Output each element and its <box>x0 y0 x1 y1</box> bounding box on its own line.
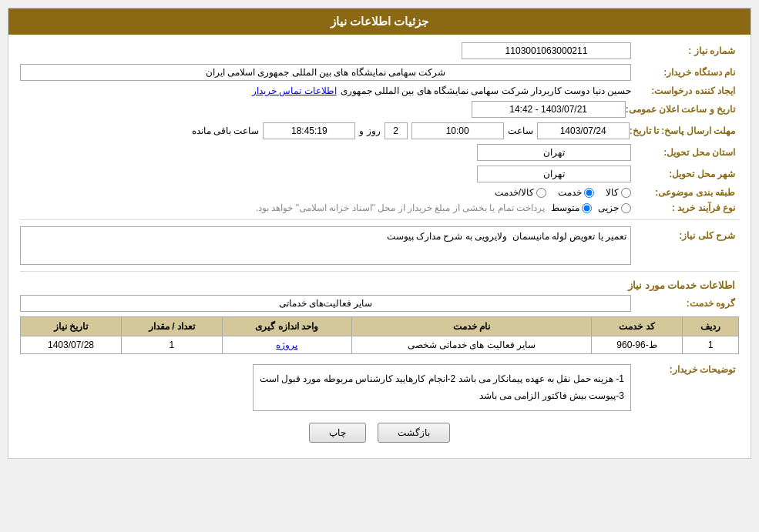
content-area: شماره نیاز : 1103001063000211 نام دستگاه… <box>8 35 751 458</box>
service-group-row: گروه خدمت: سایر فعالیت‌های خدماتی <box>20 295 739 312</box>
category-label: طبقه بندی موضوعی: <box>631 187 739 198</box>
province-value: تهران <box>477 144 631 161</box>
page-header: جزئیات اطلاعات نیاز <box>8 8 751 35</box>
page-container: جزئیات اطلاعات نیاز شماره نیاز : 1103001… <box>8 8 751 459</box>
cell-code: ط-96-960 <box>592 336 683 354</box>
header-title: جزئیات اطلاعات نیاز <box>331 15 428 28</box>
response-deadline-label: مهلت ارسال پاسخ: تا تاریخ: <box>630 125 739 136</box>
table-row: 1ط-96-960سایر فعالیت های خدماتی شخصیپروژ… <box>21 336 739 354</box>
radio-motavasset-label: متوسط <box>551 202 579 213</box>
radio-kala-khedmat-label: کالا/خدمت <box>495 187 534 198</box>
buyer-org-value: شرکت سهامی نمایشگاه های بین المللی جمهور… <box>20 64 631 81</box>
city-label: شهر محل تحویل: <box>631 169 739 179</box>
col-name: نام خدمت <box>351 317 592 336</box>
cell-date: 1403/07/28 <box>21 336 122 354</box>
radio-kala-label: کالا <box>606 187 619 198</box>
contact-link[interactable]: اطلاعات تماس خریدار <box>252 85 337 96</box>
need-number-label: شماره نیاز : <box>631 45 739 56</box>
process-row: نوع فرآیند خرید : جزیی متوسط پرداخت تمام… <box>20 202 739 213</box>
need-number-row: شماره نیاز : 1103001063000211 <box>20 42 739 59</box>
radio-jozi-input[interactable] <box>621 203 631 213</box>
divider-2 <box>20 271 739 272</box>
cell-unit: پروژه <box>222 336 351 354</box>
creator-row: ایجاد کننده درخواست: حسین دنیا دوست کارب… <box>20 85 739 96</box>
process-group: جزیی متوسط پرداخت تمام یا بخشی از مبلغ خ… <box>20 202 631 213</box>
radio-jozi: جزیی <box>598 202 631 213</box>
services-title: اطلاعات خدمات مورد نیاز <box>20 279 739 291</box>
service-group-label: گروه خدمت: <box>631 298 739 309</box>
city-row: شهر محل تحویل: تهران <box>20 166 739 182</box>
remaining-label: روز و <box>359 125 380 136</box>
process-label: نوع فرآیند خرید : <box>631 202 739 213</box>
radio-motavasset-input[interactable] <box>582 203 592 213</box>
table-header-row: ردیف کد خدمت نام خدمت واحد اندازه گیری ت… <box>21 317 739 336</box>
creator-group: حسین دنیا دوست کاربردار شرکت سهامی نمایش… <box>20 85 631 96</box>
province-row: استان محل تحویل: تهران <box>20 144 739 161</box>
creator-label: ایجاد کننده درخواست: <box>631 85 739 96</box>
service-group-value: سایر فعالیت‌های خدماتی <box>20 295 631 312</box>
col-row: ردیف <box>682 317 738 336</box>
radio-kala-input[interactable] <box>621 188 631 198</box>
time-label: ساعت <box>508 125 533 136</box>
radio-khedmat-input[interactable] <box>584 188 594 198</box>
cell-qty: 1 <box>121 336 222 354</box>
buyer-notes-row: توضیحات خریدار: 1- هزینه حمل نقل به عهده… <box>20 360 739 411</box>
col-qty: تعداد / مقدار <box>121 317 222 336</box>
main-wrapper: جزئیات اطلاعات نیاز شماره نیاز : 1103001… <box>8 8 751 459</box>
city-value: تهران <box>477 166 631 182</box>
response-time: 10:00 <box>411 122 504 139</box>
print-button[interactable]: چاپ <box>309 423 366 443</box>
province-label: استان محل تحویل: <box>631 147 739 158</box>
radio-khedmat: خدمت <box>558 187 594 198</box>
response-days: 2 <box>385 122 408 139</box>
buyer-org-row: نام دستگاه خریدار: شرکت سهامی نمایشگاه ه… <box>20 64 739 81</box>
button-row: بازگشت چاپ <box>20 423 739 443</box>
col-date: تاریخ نیاز <box>21 317 122 336</box>
need-desc-textarea[interactable]: تعمیر یا تعویض لوله مانیسمان ولایرویی به… <box>20 226 631 265</box>
need-desc-row: شرح کلی نیاز: تعمیر یا تعویض لوله مانیسم… <box>20 226 739 265</box>
buyer-notes-content: 1- هزینه حمل نقل به عهده پیمانکار می باش… <box>253 364 631 411</box>
radio-motavasset: متوسط <box>551 202 592 213</box>
remaining-suffix: ساعت باقی مانده <box>192 125 260 136</box>
announce-date-row: تاریخ و ساعت اعلان عمومی: 1403/07/21 - 1… <box>20 101 739 118</box>
buyer-notes-label: توضیحات خریدار: <box>631 360 739 375</box>
buyer-notes-text: 1- هزینه حمل نقل به عهده پیمانکار می باش… <box>260 373 624 401</box>
col-unit: واحد اندازه گیری <box>222 317 351 336</box>
cell-row: 1 <box>682 336 738 354</box>
response-date: 1403/07/24 <box>537 122 630 139</box>
radio-kala-khedmat: کالا/خدمت <box>495 187 546 198</box>
creator-value: حسین دنیا دوست کاربردار شرکت سهامی نمایش… <box>341 85 631 96</box>
need-number-value: 1103001063000211 <box>462 42 631 59</box>
response-deadline-row: مهلت ارسال پاسخ: تا تاریخ: 1403/07/24 سا… <box>20 122 739 139</box>
response-hours: 18:45:19 <box>263 122 355 139</box>
radio-kala: کالا <box>606 187 631 198</box>
divider-1 <box>20 219 739 220</box>
announce-date-value: 1403/07/21 - 14:42 <box>472 101 626 118</box>
cell-name: سایر فعالیت های خدماتی شخصی <box>351 336 592 354</box>
response-deadline-group: 1403/07/24 ساعت 10:00 2 روز و 18:45:19 س… <box>20 122 630 139</box>
col-code: کد خدمت <box>592 317 683 336</box>
back-button[interactable]: بازگشت <box>378 423 450 443</box>
category-radio-group: کالا خدمت کالا/خدمت <box>495 187 631 198</box>
radio-kala-khedmat-input[interactable] <box>536 188 546 198</box>
announce-date-label: تاریخ و ساعت اعلان عمومی: <box>626 104 739 115</box>
category-row: طبقه بندی موضوعی: کالا خدمت کالا/خدمت <box>20 187 739 198</box>
radio-khedmat-label: خدمت <box>558 187 582 198</box>
services-table: ردیف کد خدمت نام خدمت واحد اندازه گیری ت… <box>20 316 739 354</box>
radio-jozi-label: جزیی <box>598 202 619 213</box>
buyer-org-label: نام دستگاه خریدار: <box>631 67 739 78</box>
process-note: پرداخت تمام یا بخشی از مبلغ خریدار از مح… <box>256 202 545 213</box>
table-body: 1ط-96-960سایر فعالیت های خدماتی شخصیپروژ… <box>21 336 739 354</box>
need-desc-label: شرح کلی نیاز: <box>631 226 739 241</box>
